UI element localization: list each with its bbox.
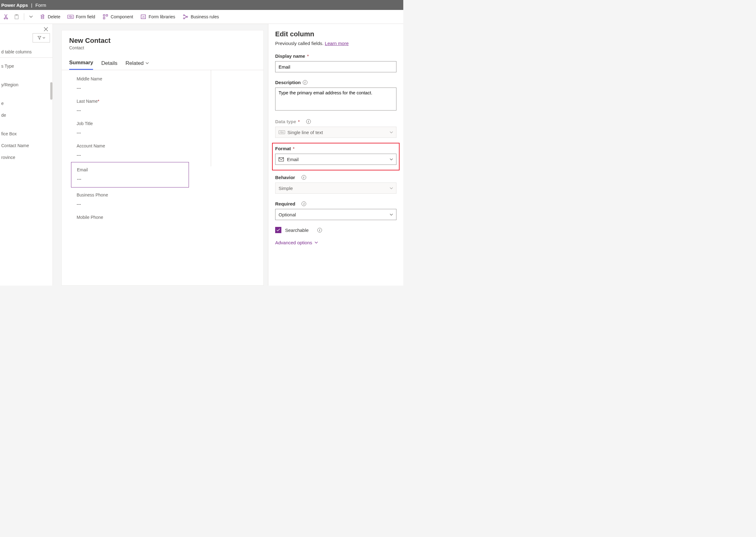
- field-middle-name[interactable]: Middle Name ---: [74, 72, 186, 94]
- list-item[interactable]: e: [0, 98, 53, 109]
- filter-icon: [38, 36, 41, 40]
- component-button[interactable]: Component: [99, 12, 136, 21]
- list-item[interactable]: s Type: [0, 60, 53, 72]
- svg-text:JS: JS: [142, 16, 145, 18]
- email-icon: [279, 157, 284, 161]
- preview-placeholder: [210, 70, 211, 166]
- info-icon[interactable]: i: [306, 119, 311, 124]
- chevron-down-icon: [390, 214, 393, 216]
- searchable-checkbox[interactable]: [275, 227, 282, 233]
- columns-panel: d table columns s Type y/Region e de fic…: [0, 24, 53, 286]
- tab-summary[interactable]: Summary: [69, 60, 93, 70]
- data-type-select: Abc Single line of text: [275, 127, 397, 138]
- svg-point-11: [183, 18, 185, 19]
- delete-button[interactable]: Delete: [37, 12, 63, 21]
- form-libraries-button[interactable]: JS Form libraries: [137, 12, 178, 21]
- list-item[interactable]: [0, 121, 53, 128]
- chevron-down-icon[interactable]: [27, 14, 35, 20]
- field-email[interactable]: Email ---: [71, 162, 189, 187]
- abc-icon: Abc: [68, 14, 73, 20]
- description-input[interactable]: [275, 88, 397, 110]
- format-select[interactable]: Email: [275, 154, 397, 165]
- scrollbar-thumb[interactable]: [50, 82, 53, 100]
- svg-point-9: [183, 15, 185, 16]
- brand-label: Power Apps: [1, 3, 28, 8]
- panel-subtitle: Previously called fields. Learn more: [275, 41, 397, 46]
- list-item[interactable]: de: [0, 109, 53, 121]
- list-item[interactable]: [0, 91, 53, 98]
- rules-icon: [183, 14, 188, 20]
- svg-point-0: [4, 18, 5, 19]
- svg-rect-5: [106, 15, 108, 16]
- panel-title: Edit column: [275, 30, 397, 38]
- svg-point-1: [7, 18, 8, 19]
- svg-point-10: [186, 16, 188, 18]
- format-highlight: Format * Email: [272, 143, 399, 170]
- chevron-down-icon: [315, 241, 318, 244]
- behavior-select: Simple: [275, 183, 397, 194]
- field-account-name[interactable]: Account Name ---: [74, 139, 186, 161]
- learn-more-link[interactable]: Learn more: [325, 41, 349, 46]
- display-name-input[interactable]: [275, 61, 397, 72]
- js-icon: JS: [140, 14, 146, 20]
- paste-icon[interactable]: [12, 13, 21, 21]
- component-icon: [103, 14, 108, 20]
- columns-heading: d table columns: [0, 46, 53, 58]
- close-icon[interactable]: [44, 27, 48, 31]
- list-item[interactable]: y/Region: [0, 79, 53, 91]
- filter-button[interactable]: [33, 33, 50, 43]
- form-title: New Contact: [69, 37, 256, 45]
- business-rules-button[interactable]: Business rules: [180, 12, 222, 21]
- abc-icon: Abc: [279, 130, 285, 134]
- required-select[interactable]: Optional: [275, 209, 397, 220]
- toolbar: Delete Abc Form field Component JS Form …: [0, 10, 403, 24]
- chevron-down-icon: [390, 187, 393, 189]
- tab-details[interactable]: Details: [101, 60, 117, 70]
- chevron-down-icon: [390, 158, 393, 160]
- list-item[interactable]: fice Box: [0, 128, 53, 140]
- field-business-phone[interactable]: Business Phone ---: [74, 188, 186, 210]
- chevron-down-icon: [43, 37, 45, 39]
- cut-icon[interactable]: [1, 13, 11, 21]
- chevron-down-icon: [145, 62, 149, 64]
- svg-rect-6: [103, 18, 105, 19]
- edit-column-panel: Edit column Previously called fields. Le…: [268, 24, 403, 286]
- app-header: Power Apps | Form: [0, 0, 403, 10]
- field-last-name[interactable]: Last Name* ---: [74, 94, 186, 117]
- info-icon[interactable]: i: [317, 228, 322, 232]
- list-item[interactable]: Contact Name: [0, 140, 53, 151]
- page-label: Form: [35, 3, 46, 8]
- trash-icon: [40, 14, 45, 20]
- list-item[interactable]: rovince: [0, 151, 53, 163]
- form-canvas: New Contact Contact Summary Details Rela…: [61, 30, 264, 286]
- tab-related[interactable]: Related: [125, 60, 149, 70]
- info-icon[interactable]: i: [303, 80, 307, 85]
- field-mobile-phone[interactable]: Mobile Phone: [74, 210, 186, 224]
- info-icon[interactable]: i: [302, 175, 306, 180]
- form-entity: Contact: [69, 45, 256, 50]
- form-field-button[interactable]: Abc Form field: [64, 12, 98, 21]
- chevron-down-icon: [390, 131, 393, 134]
- info-icon[interactable]: i: [302, 201, 306, 206]
- searchable-label: Searchable: [285, 227, 309, 233]
- field-job-title[interactable]: Job Title ---: [74, 117, 186, 139]
- list-item[interactable]: [0, 72, 53, 79]
- svg-rect-4: [103, 15, 105, 16]
- advanced-options-toggle[interactable]: Advanced options: [275, 240, 397, 245]
